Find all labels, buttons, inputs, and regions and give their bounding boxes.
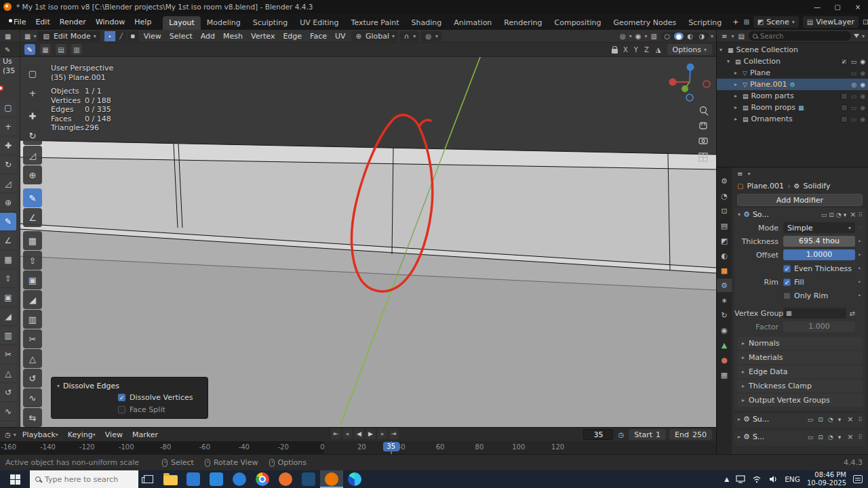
- end-frame-field[interactable]: End 250: [669, 429, 712, 440]
- animate-dot-icon[interactable]: ·: [855, 224, 864, 231]
- menu-edit[interactable]: Edit: [31, 14, 54, 30]
- fill-checkbox[interactable]: ✓: [783, 279, 791, 286]
- playback-play-reverse[interactable]: ◀: [354, 428, 364, 439]
- strip-tool-loop-cut[interactable]: ▥: [0, 327, 16, 345]
- face-select-button[interactable]: ◼: [127, 31, 138, 41]
- properties-tab-scene[interactable]: ◩: [717, 234, 732, 247]
- workspace-tab-modeling[interactable]: Modeling: [201, 16, 247, 30]
- menu-file[interactable]: File: [9, 14, 31, 30]
- properties-tab-material[interactable]: ●: [717, 353, 732, 367]
- display-icon[interactable]: ▭: [808, 434, 814, 441]
- vertex-group-field[interactable]: ▩: [783, 308, 846, 319]
- viewport-menu-face[interactable]: Face: [306, 30, 331, 42]
- shading-solid-icon[interactable]: ●: [674, 33, 684, 40]
- strip-tool-inset-faces[interactable]: ▣: [0, 289, 16, 307]
- modifier-name[interactable]: So...: [753, 210, 769, 219]
- taskbar-app-firefox[interactable]: [274, 470, 297, 488]
- tool-transform[interactable]: ⊕: [23, 165, 42, 184]
- modifier-header-s[interactable]: ▸⚙S...▭⊡◔▾×⠿: [734, 430, 865, 443]
- editor-type-icon[interactable]: ≡: [736, 170, 744, 178]
- mirror-x-toggle[interactable]: X: [623, 46, 629, 54]
- realtime-icon[interactable]: ⊡: [818, 434, 823, 441]
- monitor-icon[interactable]: ▭: [851, 58, 857, 65]
- taskbar-app-browser[interactable]: [343, 470, 366, 488]
- properties-tab-texture[interactable]: ▦: [717, 368, 732, 382]
- even-thickness-checkbox[interactable]: ✓: [783, 265, 791, 272]
- properties-tab-constraints[interactable]: ◉: [717, 323, 732, 337]
- tool-poly-build[interactable]: △: [23, 349, 42, 368]
- modifier-header-solidify[interactable]: ▾ ⚙ So... ▭⊡◔▾×⠿: [734, 208, 865, 221]
- start-frame-field[interactable]: Start 1: [629, 429, 666, 440]
- expand-arrow-icon[interactable]: ▸: [742, 340, 745, 346]
- wifi-tray-icon[interactable]: [752, 475, 762, 483]
- camera-icon[interactable]: ◉: [860, 81, 865, 88]
- subpanel-edge-data[interactable]: ▸Edge Data: [737, 365, 863, 378]
- factor-slider[interactable]: 1.000: [783, 321, 855, 332]
- menu-help[interactable]: Help: [130, 14, 156, 30]
- timeline-menu-playback[interactable]: Playback ▾: [18, 428, 63, 441]
- tool-knife[interactable]: ✂: [23, 329, 42, 348]
- realtime-icon[interactable]: ⊡: [818, 416, 823, 423]
- snapping-toggle[interactable]: ∩▾: [399, 31, 419, 41]
- tool-options-button[interactable]: Options ▾: [667, 44, 712, 55]
- properties-tab-modifiers[interactable]: ⚙: [717, 279, 732, 292]
- monitor-icon[interactable]: ▭: [851, 70, 857, 77]
- strip-tool-extrude-region[interactable]: ⇧: [0, 270, 16, 288]
- properties-tab-object-data[interactable]: ▲: [717, 338, 732, 352]
- viewlayer-new-icon[interactable]: ⊡: [863, 18, 868, 26]
- tool-loop-cut[interactable]: ▥: [23, 310, 42, 329]
- mode-dropdown[interactable]: Simple▾: [783, 222, 855, 233]
- modifier-header-su[interactable]: ▸⚙Su...▭⊡◔▾×⠿: [734, 413, 865, 426]
- taskbar-clock[interactable]: 08:46 PM 10-09-2025: [807, 471, 846, 487]
- workspace-tab-sculpting[interactable]: Sculpting: [247, 16, 294, 30]
- expand-arrow-icon[interactable]: ▸: [734, 70, 740, 76]
- properties-tab-particles[interactable]: ∗: [717, 293, 732, 307]
- lock-icon[interactable]: [612, 49, 618, 54]
- display-icon[interactable]: ▭: [821, 211, 827, 218]
- scene-selector[interactable]: ◩ Scene ▾: [753, 16, 799, 28]
- checkbox-icon[interactable]: [118, 406, 125, 413]
- timeline-menu-view[interactable]: View: [100, 428, 127, 441]
- edge-select-button[interactable]: ╱: [116, 31, 127, 41]
- properties-tab-tool[interactable]: ⚙: [717, 174, 732, 188]
- camera-icon[interactable]: ◉: [860, 93, 865, 100]
- camera-icon[interactable]: ◉: [860, 70, 865, 77]
- drag-handle-icon[interactable]: ⠿: [858, 211, 862, 218]
- properties-tab-object[interactable]: ■: [717, 264, 732, 277]
- viewport-menu-vertex[interactable]: Vertex: [247, 30, 279, 42]
- viewport-menu-select[interactable]: Select: [165, 30, 197, 42]
- tool-annotate[interactable]: ✎: [23, 188, 42, 207]
- playback-jump-to-end[interactable]: ⇥: [389, 428, 399, 439]
- strip-tool-edge-slide[interactable]: ⇆: [0, 422, 16, 427]
- expand-arrow-icon[interactable]: ▸: [734, 93, 740, 99]
- menu-window[interactable]: Window: [91, 14, 130, 30]
- playhead[interactable]: 35: [391, 441, 392, 454]
- outliner-row-room-props[interactable]: ▸▤Room props▦▭◉: [717, 102, 868, 113]
- viewport-menu-add[interactable]: Add: [197, 30, 219, 42]
- taskbar-app-photos[interactable]: [297, 470, 320, 488]
- taskbar-app-mail[interactable]: [182, 470, 205, 488]
- modifier-name[interactable]: Su...: [753, 415, 769, 424]
- timeline-menu-marker[interactable]: Marker: [127, 428, 163, 441]
- render-icon[interactable]: ◔: [828, 416, 833, 423]
- strip-tool-rotate[interactable]: ↻: [0, 156, 16, 174]
- outliner-row-scene-collection[interactable]: ▾▦Scene Collection: [717, 44, 868, 56]
- workspace-tab-geometry-nodes[interactable]: Geometry Nodes: [607, 16, 682, 30]
- monitor-tray-icon[interactable]: [736, 475, 745, 483]
- invert-vertex-group-icon[interactable]: ⇄: [850, 310, 855, 317]
- strip-tool-add-cube[interactable]: ▦: [0, 251, 16, 269]
- checkbox-checked-icon[interactable]: ✓: [118, 394, 125, 401]
- tool-tweak-select[interactable]: ▢: [23, 64, 42, 83]
- close-icon[interactable]: ×: [847, 415, 853, 424]
- taskbar-app-edge[interactable]: [228, 470, 251, 488]
- proportional-editing-toggle[interactable]: ◎▾: [420, 31, 441, 41]
- scene-browse-icon[interactable]: ⊞: [743, 18, 749, 26]
- tray-expand-icon[interactable]: ▲: [724, 476, 729, 483]
- animate-dot-icon[interactable]: •: [855, 292, 864, 299]
- tool-extrude-region[interactable]: ⇧: [23, 251, 42, 270]
- close-icon[interactable]: ×: [850, 210, 856, 219]
- shading-options-icon[interactable]: ▾: [711, 33, 713, 39]
- camera-icon[interactable]: ◉: [860, 104, 865, 111]
- shading-material-icon[interactable]: ◐: [686, 33, 695, 40]
- realtime-icon[interactable]: ⊡: [829, 211, 834, 218]
